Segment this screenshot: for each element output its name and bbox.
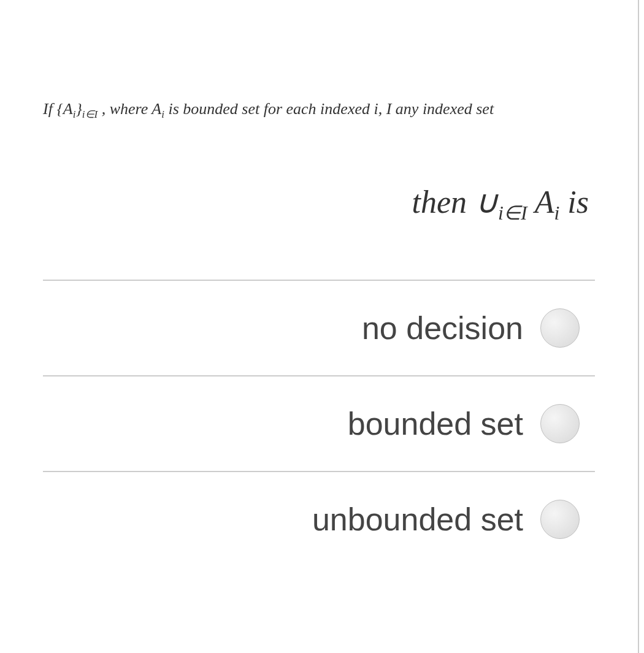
- question-conclusion: then ∪i∈I Ai is: [43, 183, 595, 224]
- text-mid: , where A: [98, 100, 161, 118]
- options-list: no decision bounded set unbounded set: [43, 280, 595, 567]
- option-bounded-set[interactable]: bounded set: [43, 375, 595, 471]
- option-no-decision[interactable]: no decision: [43, 281, 595, 375]
- text-then-union: then ∪: [412, 185, 499, 220]
- text-brace: }: [75, 100, 82, 118]
- option-label: unbounded set: [312, 501, 523, 538]
- text-prefix: If {A: [43, 100, 73, 118]
- text-is: is: [559, 185, 589, 220]
- radio-icon[interactable]: [540, 404, 580, 443]
- option-unbounded-set[interactable]: unbounded set: [43, 471, 595, 567]
- radio-icon[interactable]: [540, 500, 580, 539]
- question-container: If {Ai}i∈I , where Ai is bounded set for…: [0, 0, 639, 653]
- radio-icon[interactable]: [540, 308, 580, 348]
- question-premise: If {Ai}i∈I , where Ai is bounded set for…: [43, 98, 595, 122]
- subscript-ai: i: [554, 202, 559, 224]
- option-label: bounded set: [348, 405, 523, 442]
- option-label: no decision: [362, 310, 523, 346]
- text-rest: is bounded set for each indexed i, I any…: [164, 100, 494, 118]
- subscript-union: i∈I: [498, 202, 527, 224]
- subscript-iei: i∈I: [82, 109, 98, 120]
- text-a: A: [527, 185, 554, 220]
